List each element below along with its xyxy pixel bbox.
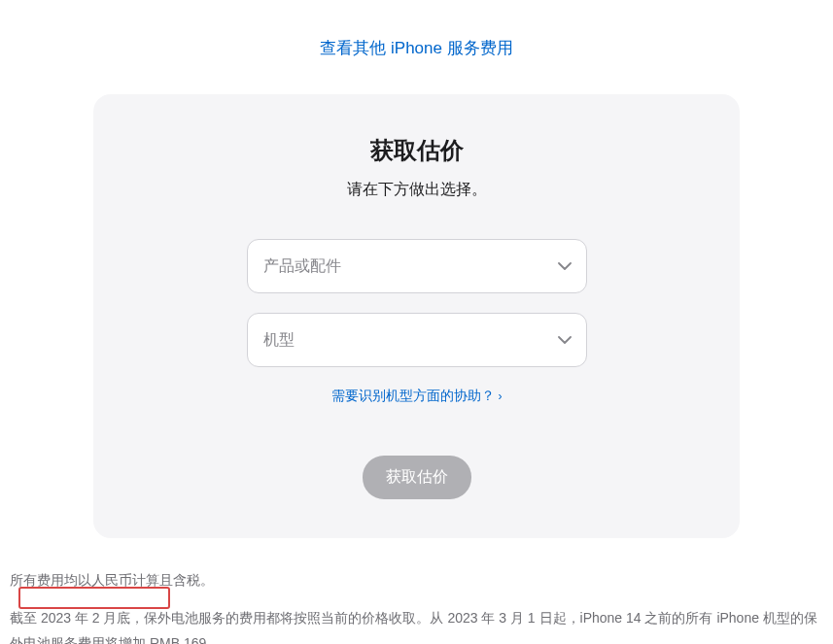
product-select-wrapper: 产品或配件	[247, 239, 587, 293]
card-title: 获取估价	[122, 135, 711, 166]
model-select-wrapper: 机型	[247, 313, 587, 367]
footer-text: 所有费用均以人民币计算且含税。 截至 2023 年 2 月底，保外电池服务的费用…	[0, 538, 833, 644]
model-select-placeholder: 机型	[263, 330, 295, 351]
product-select[interactable]: 产品或配件	[247, 239, 587, 293]
top-link-container: 查看其他 iPhone 服务费用	[0, 0, 833, 79]
footer-line-1: 所有费用均以人民币计算且含税。	[10, 567, 823, 593]
card-subtitle: 请在下方做出选择。	[122, 180, 711, 200]
estimate-card: 获取估价 请在下方做出选择。 产品或配件 机型 需要识别机型方面的协助？› 获取…	[93, 94, 740, 538]
help-link-label: 需要识别机型方面的协助？	[331, 388, 495, 403]
product-select-placeholder: 产品或配件	[263, 256, 341, 277]
help-link-container: 需要识别机型方面的协助？›	[122, 387, 711, 405]
get-estimate-button[interactable]: 获取估价	[363, 456, 471, 499]
chevron-right-icon: ›	[499, 390, 503, 403]
model-select[interactable]: 机型	[247, 313, 587, 367]
other-service-fees-link[interactable]: 查看其他 iPhone 服务费用	[320, 39, 512, 57]
footer-line-2: 截至 2023 年 2 月底，保外电池服务的费用都将按照当前的价格收取。从 20…	[10, 605, 823, 644]
identify-model-help-link[interactable]: 需要识别机型方面的协助？›	[331, 388, 503, 403]
